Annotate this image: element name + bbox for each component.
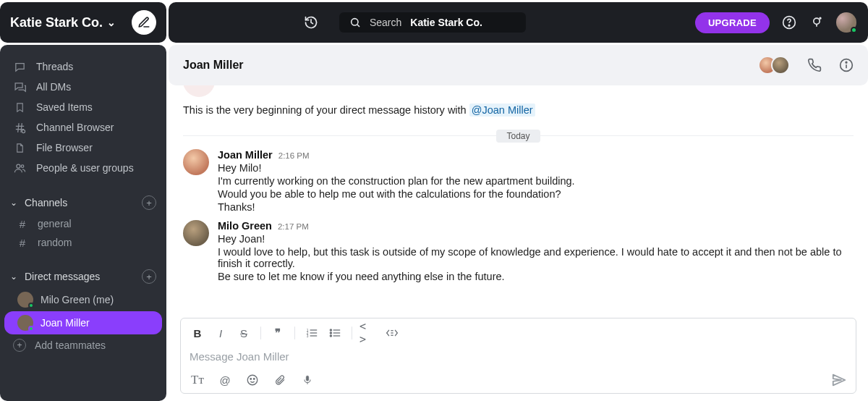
dm-name: Milo Green (me) <box>41 294 114 305</box>
chevron-down-icon: ⌄ <box>10 198 20 208</box>
separator <box>352 326 352 339</box>
emoji-button[interactable] <box>243 371 262 389</box>
message-author: Milo Green <box>218 220 272 232</box>
svg-point-28 <box>330 335 331 337</box>
date-divider: Today <box>183 129 854 142</box>
upgrade-button[interactable]: UPGRADE <box>695 12 770 33</box>
compose-button[interactable] <box>132 10 156 35</box>
hash-icon: # <box>16 217 29 230</box>
message-icon <box>13 60 26 73</box>
svg-point-34 <box>254 379 255 380</box>
workspace-switcher[interactable]: Katie Stark Co. ⌄ <box>0 2 166 43</box>
info-icon[interactable] <box>839 58 854 72</box>
conversation-title: Joan Miller <box>183 59 244 72</box>
message-line: Would you be able to help me out with th… <box>218 188 575 200</box>
codeblock-button[interactable] <box>383 324 401 342</box>
top-bar: Katie Stark Co. ⌄ Search Katie Stark Co.… <box>0 0 868 43</box>
hash-icon: # <box>16 236 29 249</box>
help-icon[interactable] <box>781 14 797 30</box>
presence-indicator <box>851 27 857 33</box>
call-icon[interactable] <box>807 58 822 72</box>
user-mention[interactable]: @Joan Miller <box>469 104 535 117</box>
bullet-list-button[interactable] <box>326 324 344 342</box>
message-line: Hey Milo! <box>218 162 575 174</box>
channel-name: random <box>38 237 72 248</box>
sidebar-nav-label: Threads <box>36 61 73 72</box>
sidebar-channel-general[interactable]: #general <box>0 214 166 233</box>
add-teammates-button[interactable]: + Add teammates <box>0 334 166 356</box>
sidebar-nav-file-browser[interactable]: File Browser <box>0 138 166 158</box>
channel-name: general <box>38 218 72 229</box>
channels-section-label: Channels <box>25 197 67 208</box>
mention-button[interactable]: @ <box>216 371 234 389</box>
strikethrough-button[interactable]: S <box>234 324 253 342</box>
separator <box>294 326 295 339</box>
search-workspace: Katie Stark Co. <box>410 17 482 28</box>
sidebar-nav-all-dms[interactable]: All DMs <box>0 77 166 97</box>
message: Milo Green2:17 PMHey Joan!I would love t… <box>183 220 854 282</box>
avatar <box>17 315 33 331</box>
bookmark-icon <box>13 101 26 114</box>
add-dm-button[interactable]: + <box>142 269 156 284</box>
ordered-list-button[interactable]: 123 <box>302 324 321 342</box>
dm-name: Joan Miller <box>41 317 90 329</box>
dms-section-header[interactable]: ⌄ Direct messages + <box>0 265 166 288</box>
sidebar-nav-people-user-groups[interactable]: People & user groups <box>0 158 166 178</box>
svg-line-1 <box>357 25 359 27</box>
svg-point-33 <box>250 379 252 380</box>
intro-prefix: This is the very beginning of your direc… <box>183 104 469 116</box>
intro-text: This is the very beginning of your direc… <box>183 104 854 116</box>
sidebar-channel-random[interactable]: #random <box>0 233 166 252</box>
svg-line-9 <box>17 123 18 132</box>
people-icon <box>13 161 26 174</box>
channels-section-header[interactable]: ⌄ Channels + <box>0 191 166 214</box>
history-icon[interactable] <box>303 14 319 30</box>
svg-text:3: 3 <box>307 334 309 338</box>
add-channel-button[interactable]: + <box>142 195 156 210</box>
formatting-toggle-button[interactable]: Tт <box>188 371 207 389</box>
microphone-button[interactable] <box>298 371 317 389</box>
avatar <box>17 292 33 308</box>
svg-rect-35 <box>306 376 309 381</box>
date-label: Today <box>496 130 540 143</box>
avatar <box>183 220 209 246</box>
sidebar-nav-label: Channel Browser <box>36 122 114 133</box>
sidebar-nav-threads[interactable]: Threads <box>0 56 166 77</box>
message-line: Be sure to let me know if you need anyth… <box>218 271 854 282</box>
composer-input[interactable] <box>188 346 848 367</box>
sidebar-nav-label: File Browser <box>36 142 93 153</box>
sparkle-icon[interactable] <box>809 14 825 30</box>
file-icon <box>13 141 26 154</box>
conversation-header: Joan Miller <box>169 45 868 85</box>
presence-indicator <box>28 326 34 332</box>
italic-button[interactable]: I <box>211 324 230 342</box>
user-avatar[interactable] <box>836 12 856 33</box>
svg-point-3 <box>788 25 790 26</box>
send-button[interactable] <box>830 371 848 389</box>
attachment-button[interactable] <box>271 371 289 389</box>
message-composer[interactable]: B I S ❞ 123 < > <box>180 318 856 394</box>
bold-button[interactable]: B <box>188 324 207 342</box>
message-line: Thanks! <box>218 201 575 213</box>
code-button[interactable]: < > <box>359 324 378 342</box>
sidebar-nav-channel-browser[interactable]: Channel Browser <box>0 117 166 138</box>
separator <box>260 326 261 339</box>
svg-point-4 <box>814 18 820 24</box>
plus-icon: + <box>13 339 26 352</box>
quote-button[interactable]: ❞ <box>268 324 287 342</box>
svg-point-27 <box>330 332 331 334</box>
participant-avatars[interactable] <box>758 56 790 75</box>
sidebar-nav-label: All DMs <box>36 81 71 93</box>
message-scroll[interactable]: This is the very beginning of your direc… <box>169 85 868 313</box>
channel-browser-icon <box>13 121 26 134</box>
message-author: Joan Miller <box>218 149 273 161</box>
composer-bottom-toolbar: Tт @ <box>188 367 848 389</box>
search-input[interactable]: Search Katie Stark Co. <box>339 12 526 33</box>
svg-point-11 <box>22 130 25 132</box>
message: Joan Miller2:16 PMHey Milo!I'm currently… <box>183 149 854 213</box>
chevron-down-icon: ⌄ <box>107 17 116 28</box>
sidebar-nav-saved-items[interactable]: Saved Items <box>0 97 166 117</box>
avatar <box>771 56 790 75</box>
sidebar-dm-joan-miller[interactable]: Joan Miller <box>4 311 162 334</box>
sidebar-dm-milo-green-me-[interactable]: Milo Green (me) <box>4 288 162 311</box>
